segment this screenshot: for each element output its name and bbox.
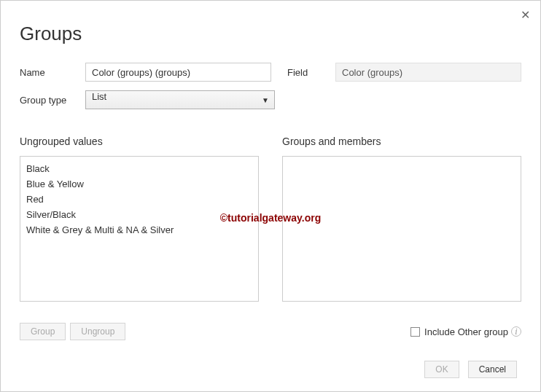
include-other-wrap[interactable]: Include Other group xyxy=(410,326,508,337)
list-item[interactable]: White & Grey & Multi & NA & Silver xyxy=(26,222,252,238)
groups-title: Groups and members xyxy=(282,136,521,147)
ungrouped-listbox[interactable]: Black Blue & Yellow Red Silver/Black Whi… xyxy=(20,156,259,302)
groups-listbox[interactable] xyxy=(282,156,521,302)
name-label: Name xyxy=(20,67,74,78)
group-type-select[interactable]: List xyxy=(85,90,275,109)
ungroup-button[interactable]: Ungroup xyxy=(70,323,125,340)
below-right: Include Other group i xyxy=(282,323,521,340)
group-button[interactable]: Group xyxy=(20,323,66,340)
below-left: Group Ungroup xyxy=(20,323,259,340)
groups-dialog: ✕ Groups Name Field Group type List ▼ Un… xyxy=(1,1,540,391)
below-lists: Group Ungroup Include Other group i xyxy=(20,323,521,340)
groups-column: Groups and members xyxy=(282,136,521,315)
list-item[interactable]: Red xyxy=(26,192,252,207)
field-label: Field xyxy=(287,67,324,78)
cancel-button[interactable]: Cancel xyxy=(468,361,517,378)
group-type-row: Group type List ▼ xyxy=(20,90,521,109)
columns: Ungrouped values Black Blue & Yellow Red… xyxy=(20,136,521,315)
ungrouped-title: Ungrouped values xyxy=(20,136,259,147)
include-other-label: Include Other group xyxy=(424,326,508,337)
group-type-label: Group type xyxy=(20,95,74,106)
list-item[interactable]: Silver/Black xyxy=(26,207,252,222)
dialog-title: Groups xyxy=(20,23,521,45)
list-item[interactable]: Blue & Yellow xyxy=(26,176,252,192)
name-input[interactable] xyxy=(85,63,271,82)
ungrouped-column: Ungrouped values Black Blue & Yellow Red… xyxy=(20,136,259,315)
name-row: Name Field xyxy=(20,63,521,82)
include-other-checkbox[interactable] xyxy=(410,327,420,337)
close-button[interactable]: ✕ xyxy=(521,8,530,22)
close-icon: ✕ xyxy=(521,9,530,21)
field-input xyxy=(335,63,521,82)
group-type-select-wrap[interactable]: List ▼ xyxy=(85,90,275,109)
info-icon[interactable]: i xyxy=(511,326,521,337)
form-rows: Name Field Group type List ▼ xyxy=(20,63,521,118)
footer: OK Cancel xyxy=(20,361,521,378)
ok-button[interactable]: OK xyxy=(424,361,459,378)
list-item[interactable]: Black xyxy=(26,161,252,176)
